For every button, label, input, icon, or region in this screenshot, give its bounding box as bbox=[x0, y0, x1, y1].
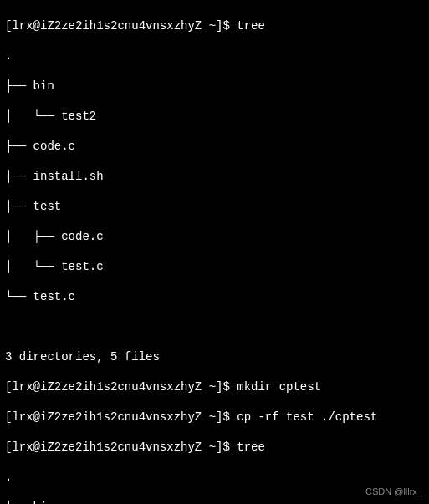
tree-line: └── test.c bbox=[5, 289, 424, 304]
command-text: mkdir cptest bbox=[237, 380, 321, 394]
shell-prompt: [lrx@iZ2ze2ih1s2cnu4vnsxzhyZ ~]$ bbox=[5, 380, 237, 394]
prompt-line: [lrx@iZ2ze2ih1s2cnu4vnsxzhyZ ~]$ tree bbox=[5, 440, 424, 455]
tree-line: │ └── test2 bbox=[5, 109, 424, 124]
shell-prompt: [lrx@iZ2ze2ih1s2cnu4vnsxzhyZ ~]$ bbox=[5, 410, 237, 424]
tree-line: ├── code.c bbox=[5, 139, 424, 154]
command-text: cp -rf test ./cptest bbox=[237, 410, 377, 424]
terminal-output: [lrx@iZ2ze2ih1s2cnu4vnsxzhyZ ~]$ tree . … bbox=[0, 0, 429, 504]
prompt-line: [lrx@iZ2ze2ih1s2cnu4vnsxzhyZ ~]$ cp -rf … bbox=[5, 410, 424, 425]
tree-line: ├── install.sh bbox=[5, 169, 424, 184]
blank-line bbox=[5, 319, 424, 334]
tree-line: ├── bin bbox=[5, 500, 424, 504]
tree-line: ├── test bbox=[5, 199, 424, 214]
command-text: tree bbox=[237, 19, 265, 33]
shell-prompt: [lrx@iZ2ze2ih1s2cnu4vnsxzhyZ ~]$ bbox=[5, 440, 237, 454]
tree-root: . bbox=[5, 470, 424, 485]
tree-line: ├── bin bbox=[5, 79, 424, 94]
tree-root: . bbox=[5, 48, 424, 64]
command-text: tree bbox=[237, 440, 265, 454]
shell-prompt: [lrx@iZ2ze2ih1s2cnu4vnsxzhyZ ~]$ bbox=[5, 19, 237, 33]
tree-line: │ └── test.c bbox=[5, 259, 424, 274]
tree-line: │ ├── code.c bbox=[5, 229, 424, 244]
prompt-line: [lrx@iZ2ze2ih1s2cnu4vnsxzhyZ ~]$ tree bbox=[5, 18, 424, 33]
watermark-text: CSDN @lllrx_ bbox=[365, 484, 422, 499]
prompt-line: [lrx@iZ2ze2ih1s2cnu4vnsxzhyZ ~]$ mkdir c… bbox=[5, 379, 424, 395]
tree-summary: 3 directories, 5 files bbox=[5, 349, 424, 364]
